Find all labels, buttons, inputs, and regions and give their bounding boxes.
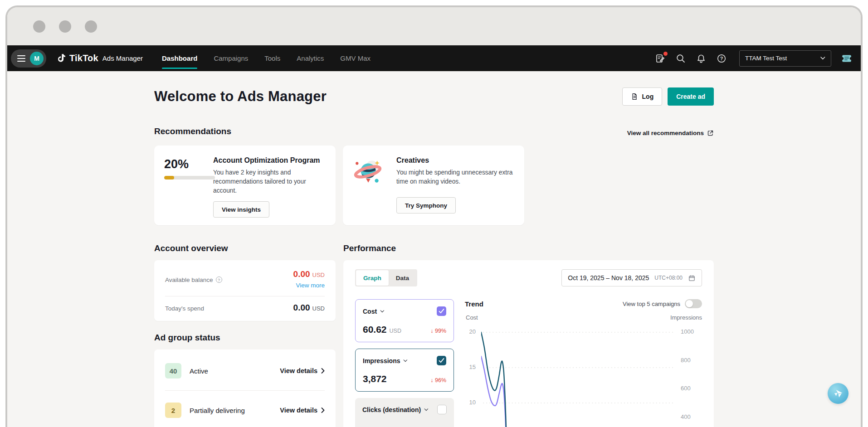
log-button[interactable]: Log xyxy=(622,87,663,106)
timezone-value: UTC+08:00 xyxy=(654,275,683,281)
hamburger-icon[interactable] xyxy=(17,55,25,62)
top5-toggle[interactable] xyxy=(685,299,702,308)
nav-item-gmv-max[interactable]: GMV Max xyxy=(340,45,371,71)
view-more-link[interactable]: View more xyxy=(293,282,325,289)
left-axis-title: Cost xyxy=(466,314,478,321)
create-ad-button[interactable]: Create ad xyxy=(668,87,714,106)
cost-checkbox[interactable] xyxy=(437,306,446,316)
nav-item-analytics[interactable]: Analytics xyxy=(297,45,324,71)
metric-value: 60.62 xyxy=(363,324,387,335)
view-all-recommendations-link[interactable]: View all recommendations xyxy=(627,130,714,136)
view-details-label: View details xyxy=(280,407,317,414)
brand-name: TikTok xyxy=(69,53,98,63)
status-label: Active xyxy=(190,367,208,375)
help-circle-icon[interactable]: ? xyxy=(216,277,222,283)
chevron-down-icon xyxy=(820,57,825,60)
axis-tick-label: 10 xyxy=(469,399,476,406)
metric-card-impressions[interactable]: Impressions 3,872 xyxy=(355,349,454,392)
axis-tick-label: 400 xyxy=(681,413,691,420)
check-icon xyxy=(439,358,444,363)
ad-group-status-heading: Ad group status xyxy=(154,333,336,343)
nav-item-tools[interactable]: Tools xyxy=(264,45,280,71)
nav-item-dashboard[interactable]: Dashboard xyxy=(162,45,197,71)
tab-graph[interactable]: Graph xyxy=(356,270,389,286)
window-dot xyxy=(59,20,71,33)
view-details-label: View details xyxy=(280,367,317,374)
status-label: Partially delivering xyxy=(190,407,245,414)
external-link-icon xyxy=(707,130,714,136)
metric-label: Impressions xyxy=(363,357,400,364)
create-ad-label: Create ad xyxy=(676,93,705,100)
help-icon[interactable]: ? xyxy=(716,53,727,64)
metric-change: ↓ 99% xyxy=(430,328,446,334)
tab-data[interactable]: Data xyxy=(389,270,416,286)
view-insights-label: View insights xyxy=(222,206,261,213)
page-content: Welcome to Ads Manager Log Create ad Rec… xyxy=(7,71,861,427)
ticket-icon[interactable] xyxy=(841,53,853,64)
bell-icon[interactable] xyxy=(696,53,707,64)
trend-right-axis-ticks: 1000800600400 xyxy=(675,324,702,427)
chevron-right-icon xyxy=(321,408,325,413)
trend-title: Trend xyxy=(465,300,483,308)
recommendation-card-creatives: Creatives You might be spending unnecess… xyxy=(343,146,524,225)
optimization-score: 20% xyxy=(164,157,204,171)
clicks-checkbox[interactable] xyxy=(437,405,447,414)
check-icon xyxy=(439,309,444,314)
avatar[interactable]: M xyxy=(30,52,44,65)
page-title: Welcome to Ads Manager xyxy=(154,88,327,105)
partial-count-badge: 2 xyxy=(165,403,181,418)
available-balance-value: 0.00 xyxy=(293,269,310,279)
metric-value: 3,872 xyxy=(363,374,387,384)
ad-group-status-row: 2 Partially delivering View details xyxy=(165,391,325,427)
try-symphony-label: Try Symphony xyxy=(405,202,447,209)
chevron-down-icon[interactable] xyxy=(380,310,385,313)
account-overview-heading: Account overview xyxy=(154,243,336,253)
chevron-down-icon[interactable] xyxy=(403,359,408,362)
date-range-value: Oct 19, 2025 – Nov 18, 2025 xyxy=(568,274,649,281)
available-balance-currency: USD xyxy=(312,272,325,278)
trend-left-axis-ticks: 201510 xyxy=(465,324,481,427)
ad-group-status-row: 40 Active View details xyxy=(165,351,325,391)
chevron-right-icon xyxy=(321,368,325,374)
try-symphony-button[interactable]: Try Symphony xyxy=(396,197,456,214)
browser-window: M TikTok Ads Manager Dashboard Campaigns… xyxy=(5,5,863,427)
axis-tick-label: 15 xyxy=(469,364,476,370)
graph-data-segmented-control: Graph Data xyxy=(355,269,417,286)
metric-label: Clicks (destination) xyxy=(362,406,421,413)
metric-change: ↓ 96% xyxy=(430,377,446,383)
account-selector[interactable]: TTAM Test Test xyxy=(739,50,831,67)
impressions-checkbox[interactable] xyxy=(437,356,446,365)
right-axis-title: Impressions xyxy=(670,314,702,321)
sparkle-icon xyxy=(832,388,844,399)
recommendation-card-account-optimization: 20% Account Optimization Program You hav… xyxy=(154,146,336,225)
view-details-link[interactable]: View details xyxy=(280,367,325,374)
todays-spend-value: 0.00 xyxy=(293,303,310,312)
account-overview-card: Available balance ? 0.00USD View more To… xyxy=(154,260,336,321)
axis-tick-label: 20 xyxy=(469,328,476,335)
date-range-picker[interactable]: Oct 19, 2025 – Nov 18, 2025 UTC+08:00 xyxy=(561,269,702,286)
active-count-badge: 40 xyxy=(165,363,181,378)
metric-card-clicks[interactable]: Clicks (destination) xyxy=(355,398,454,427)
account-name: TTAM Test Test xyxy=(745,55,787,62)
trend-chart: 201510 1000800600400 xyxy=(465,324,702,427)
nav-item-campaigns[interactable]: Campaigns xyxy=(214,45,248,71)
notification-dot xyxy=(663,52,668,56)
axis-tick-label: 1000 xyxy=(681,328,694,335)
axis-tick-label: 600 xyxy=(681,385,691,392)
metric-card-cost[interactable]: Cost 60.62 US xyxy=(355,299,454,342)
tiktok-logo-icon xyxy=(56,53,66,64)
metric-label: Cost xyxy=(363,308,377,315)
top5-toggle-label: View top 5 campaigns xyxy=(623,301,680,307)
ad-group-status-card: 40 Active View details 2 Partiall xyxy=(154,349,336,427)
view-insights-button[interactable]: View insights xyxy=(213,201,269,218)
ai-assistant-button[interactable] xyxy=(828,383,848,404)
document-icon xyxy=(631,92,639,101)
menu-avatar-pill[interactable]: M xyxy=(11,49,46,68)
brand-logo[interactable]: TikTok Ads Manager xyxy=(56,53,143,64)
search-icon[interactable] xyxy=(675,53,686,64)
recommendations-heading: Recommendations xyxy=(154,126,231,136)
view-details-link[interactable]: View details xyxy=(280,407,325,414)
chevron-down-icon[interactable] xyxy=(424,408,429,411)
performance-heading: Performance xyxy=(343,243,714,253)
activity-log-icon[interactable] xyxy=(655,53,666,64)
